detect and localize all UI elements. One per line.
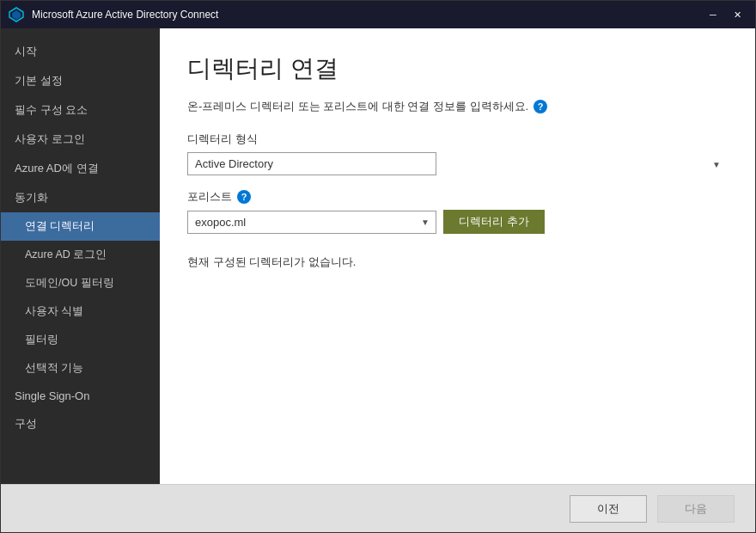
- directory-type-label: 디렉터리 형식: [187, 132, 728, 147]
- description-help-icon[interactable]: ?: [533, 100, 547, 113]
- back-button[interactable]: 이전: [570, 495, 647, 523]
- minimize-button[interactable]: ─: [702, 6, 724, 23]
- forest-select[interactable]: exopoc.ml: [187, 211, 436, 234]
- sidebar-item-domain-ou-filter[interactable]: 도메인/OU 필터링: [1, 269, 160, 297]
- page-title: 디렉터리 연결: [187, 52, 728, 85]
- sidebar-item-user-identity[interactable]: 사용자 식별: [1, 297, 160, 326]
- forest-row: exopoc.ml ▼ 디렉터리 추가: [187, 210, 728, 234]
- directory-type-wrapper: Active DirectoryLDAP ▼: [187, 152, 728, 175]
- footer: 이전 다음: [1, 484, 755, 532]
- directory-type-select[interactable]: Active DirectoryLDAP: [187, 152, 436, 175]
- sidebar-item-start[interactable]: 시작: [1, 37, 160, 66]
- close-button[interactable]: ✕: [726, 6, 748, 23]
- forest-select-wrapper: exopoc.ml ▼: [187, 211, 436, 234]
- description-text: 온-프레미스 디렉터리 또는 포리스트에 대한 연결 정보를 입력하세요. ?: [187, 99, 728, 114]
- sidebar-item-optional-features[interactable]: 선택적 기능: [1, 354, 160, 383]
- add-directory-button[interactable]: 디렉터리 추가: [443, 210, 545, 234]
- svg-marker-1: [12, 10, 21, 20]
- sidebar: 시작기본 설정필수 구성 요소사용자 로그인Azure AD에 연결동기화연결 …: [1, 28, 160, 484]
- window-controls: ─ ✕: [702, 6, 748, 23]
- main-body: 시작기본 설정필수 구성 요소사용자 로그인Azure AD에 연결동기화연결 …: [1, 28, 755, 484]
- forest-label: 포리스트 ?: [187, 189, 728, 205]
- sidebar-item-configure[interactable]: 구성: [1, 409, 160, 438]
- sidebar-item-user-login[interactable]: 사용자 로그인: [1, 125, 160, 154]
- app-window: Microsoft Azure Active Directory Connect…: [0, 0, 756, 533]
- sidebar-item-basic-settings[interactable]: 기본 설정: [1, 66, 160, 95]
- sidebar-item-sync[interactable]: 동기화: [1, 183, 160, 212]
- window-title: Microsoft Azure Active Directory Connect: [32, 9, 702, 21]
- no-directory-message: 현재 구성된 디렉터리가 없습니다.: [187, 254, 728, 270]
- title-bar: Microsoft Azure Active Directory Connect…: [1, 1, 755, 28]
- next-button[interactable]: 다음: [657, 495, 735, 523]
- app-logo-icon: [8, 6, 25, 23]
- content-area: 디렉터리 연결 온-프레미스 디렉터리 또는 포리스트에 대한 연결 정보를 입…: [160, 28, 755, 484]
- directory-type-chevron-icon: ▼: [712, 159, 721, 168]
- sidebar-item-azure-ad-connect[interactable]: Azure AD에 연결: [1, 154, 160, 183]
- sidebar-item-required-components[interactable]: 필수 구성 요소: [1, 95, 160, 125]
- sidebar-item-single-sign-on[interactable]: Single Sign-On: [1, 383, 160, 409]
- forest-help-icon[interactable]: ?: [237, 190, 251, 204]
- sidebar-item-filtering[interactable]: 필터링: [1, 326, 160, 354]
- sidebar-item-connect-directory[interactable]: 연결 디렉터리: [1, 212, 160, 241]
- sidebar-item-azure-ad-login[interactable]: Azure AD 로그인: [1, 241, 160, 269]
